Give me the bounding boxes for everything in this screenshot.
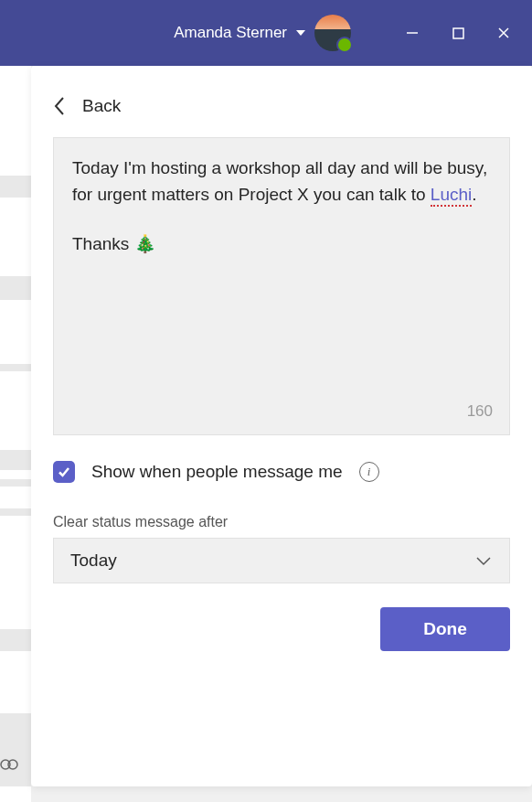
background-strips bbox=[0, 66, 31, 802]
user-name: Amanda Sterner bbox=[174, 24, 287, 42]
show-when-message-label: Show when people message me bbox=[91, 462, 343, 482]
done-button[interactable]: Done bbox=[380, 607, 510, 651]
mention-link[interactable]: Luchi bbox=[431, 185, 472, 207]
dropdown-value: Today bbox=[70, 551, 117, 571]
status-message-text: Today I'm hosting a workshop all day and… bbox=[72, 155, 491, 257]
char-count: 160 bbox=[467, 400, 493, 423]
avatar[interactable] bbox=[314, 15, 351, 51]
info-icon[interactable]: i bbox=[359, 462, 379, 482]
status-panel: Back Today I'm hosting a workshop all da… bbox=[31, 66, 532, 786]
maximize-button[interactable] bbox=[437, 15, 479, 51]
back-label: Back bbox=[82, 96, 121, 116]
show-when-message-checkbox[interactable] bbox=[53, 461, 75, 483]
title-bar: Amanda Sterner bbox=[0, 0, 532, 66]
clear-after-dropdown[interactable]: Today bbox=[53, 538, 510, 583]
close-button[interactable] bbox=[483, 15, 525, 51]
svg-rect-1 bbox=[453, 28, 463, 38]
back-button[interactable]: Back bbox=[53, 95, 510, 117]
user-menu[interactable]: Amanda Sterner bbox=[174, 15, 351, 51]
link-icon bbox=[0, 758, 20, 771]
chevron-down-icon bbox=[296, 30, 305, 36]
clear-after-label: Clear status message after bbox=[53, 514, 510, 530]
minimize-button[interactable] bbox=[391, 15, 433, 51]
status-message-input[interactable]: Today I'm hosting a workshop all day and… bbox=[53, 137, 510, 435]
